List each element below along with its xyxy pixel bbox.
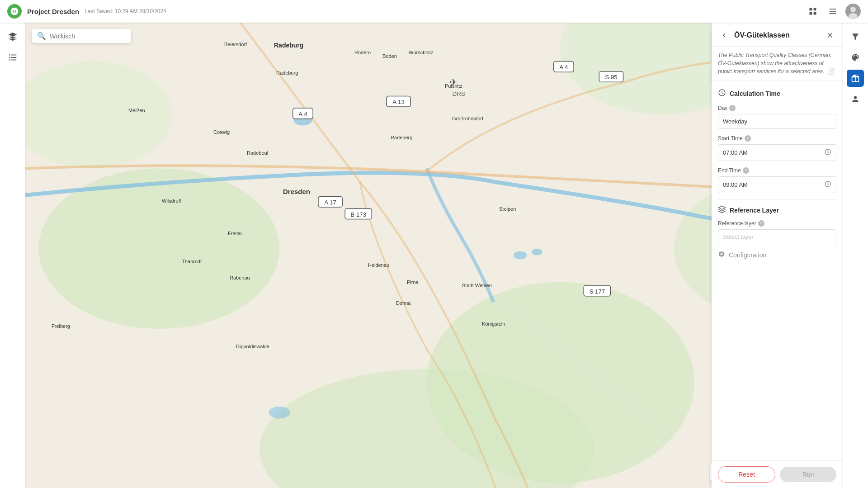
calc-time-icon	[718, 89, 726, 99]
svg-rect-3	[814, 12, 816, 15]
svg-rect-5	[830, 11, 836, 12]
user-avatar[interactable]	[845, 4, 861, 19]
svg-text:✈: ✈	[449, 77, 458, 87]
right-sidebar	[843, 23, 868, 488]
end-time-clock-icon	[824, 180, 831, 189]
end-time-field-group: End Time ? 09:00 AM	[718, 167, 836, 193]
svg-point-29	[532, 249, 542, 256]
layers-btn[interactable]	[4, 28, 21, 45]
calc-time-section-header: Calculation Time	[718, 89, 836, 99]
day-select[interactable]: Weekday	[718, 114, 836, 129]
day-field-group: Day ? Weekday	[718, 105, 836, 129]
list-btn[interactable]	[4, 49, 21, 66]
right-sidebar-palette-btn[interactable]	[847, 49, 864, 66]
svg-rect-6	[830, 13, 836, 14]
svg-rect-11	[11, 55, 16, 56]
app-logo	[7, 4, 22, 19]
start-time-label: Start Time ?	[718, 135, 836, 142]
start-time-clock-icon	[824, 148, 831, 157]
right-panel: ÖV-Güteklassen The Public Transport Qual…	[712, 23, 843, 488]
svg-rect-1	[814, 8, 816, 11]
reset-button[interactable]: Reset	[718, 466, 775, 483]
svg-point-8	[850, 7, 856, 12]
topbar-icons	[806, 4, 861, 19]
svg-text:A 13: A 13	[392, 99, 405, 105]
panel-close-button[interactable]	[824, 29, 836, 42]
svg-point-12	[9, 57, 10, 58]
svg-point-17	[39, 168, 280, 329]
start-time-field-group: Start Time ? 07:00 AM	[718, 135, 836, 161]
ref-layer-select[interactable]: Select layer	[718, 229, 836, 244]
svg-text:S 95: S 95	[605, 74, 617, 81]
end-time-input[interactable]: 09:00 AM	[718, 176, 836, 193]
panel-back-button[interactable]	[718, 29, 731, 42]
project-name: Project Dresden	[27, 8, 79, 15]
svg-text:B 173: B 173	[350, 211, 366, 218]
svg-text:DRS: DRS	[453, 90, 465, 97]
svg-text:A 4: A 4	[298, 111, 307, 118]
svg-point-10	[9, 54, 10, 56]
svg-point-30	[269, 407, 290, 419]
map-search[interactable]: 🔍	[32, 29, 131, 43]
right-sidebar-filter-btn[interactable]	[847, 28, 864, 45]
ref-layer-section-header: Reference Layer	[718, 205, 836, 215]
grid-icon-btn[interactable]	[806, 4, 820, 19]
run-button[interactable]: Run	[780, 467, 836, 482]
topbar: Project Dresden Last Saved: 10:29 AM 28/…	[0, 0, 868, 23]
end-time-label: End Time ?	[718, 167, 836, 174]
start-time-input[interactable]: 07:00 AM	[718, 144, 836, 161]
left-sidebar	[0, 23, 25, 488]
start-time-help-icon[interactable]: ?	[745, 135, 751, 142]
svg-rect-15	[11, 60, 16, 61]
end-time-help-icon[interactable]: ?	[743, 167, 749, 174]
svg-rect-0	[810, 8, 812, 11]
right-sidebar-person-btn[interactable]	[847, 90, 864, 108]
svg-rect-4	[830, 9, 836, 9]
right-sidebar-tool-btn[interactable]	[847, 70, 864, 87]
doc-icon: 📄	[828, 68, 835, 75]
ref-layer-field-group: Reference layer ? Select layer	[718, 220, 836, 244]
svg-rect-2	[810, 12, 812, 15]
svg-text:S 177: S 177	[589, 288, 605, 295]
panel-header: ÖV-Güteklassen	[712, 23, 843, 47]
search-input[interactable]	[50, 33, 126, 40]
svg-rect-13	[11, 57, 16, 58]
panel-title: ÖV-Güteklassen	[734, 31, 824, 39]
config-section[interactable]: Configuration	[718, 251, 836, 259]
panel-footer: Reset Run	[712, 460, 843, 488]
section-divider	[718, 199, 836, 200]
svg-text:A 17: A 17	[324, 199, 336, 206]
panel-description: The Public Transport Quality Classes (Ge…	[712, 47, 843, 81]
day-label: Day ?	[718, 105, 836, 111]
calc-time-section-title: Calculation Time	[730, 90, 780, 97]
config-icon	[718, 251, 725, 259]
config-title: Configuration	[729, 251, 766, 259]
save-info: Last Saved: 10:29 AM 28/10/2024	[85, 8, 166, 14]
ref-layer-label: Reference layer ?	[718, 220, 836, 227]
svg-text:A 4: A 4	[559, 64, 568, 71]
svg-point-14	[9, 59, 10, 61]
panel-body: Calculation Time Day ? Weekday Start Tim…	[712, 81, 843, 460]
day-help-icon[interactable]: ?	[729, 105, 736, 111]
menu-icon-btn[interactable]	[826, 4, 840, 19]
ref-layer-section-title: Reference Layer	[730, 207, 779, 214]
svg-point-28	[514, 251, 527, 260]
ref-layer-icon	[718, 205, 726, 215]
ref-layer-help-icon[interactable]: ?	[758, 220, 764, 227]
search-icon: 🔍	[37, 32, 46, 40]
